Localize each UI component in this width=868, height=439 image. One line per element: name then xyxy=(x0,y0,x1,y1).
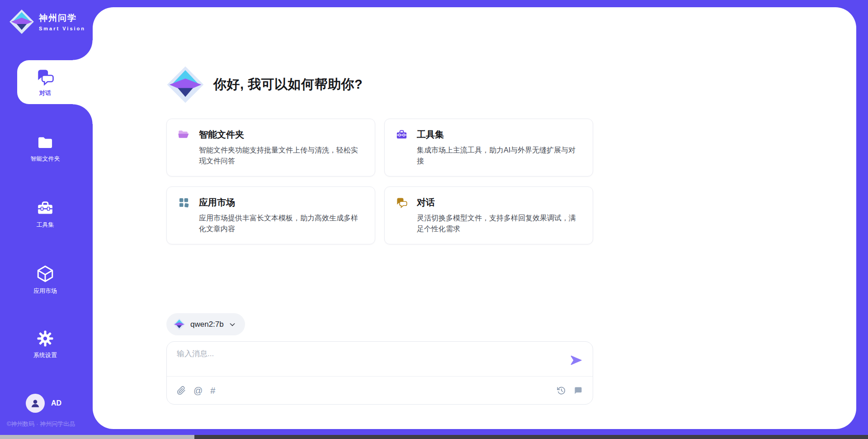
copyright-text: ©神州数码 · 神州问学出品 xyxy=(7,420,75,428)
history-icon xyxy=(557,386,566,395)
at-icon[interactable]: @ xyxy=(193,386,203,395)
gem-diamond-icon xyxy=(173,318,185,330)
card-head: 工具集 xyxy=(396,129,582,141)
avatar xyxy=(26,394,45,413)
person-icon xyxy=(29,397,41,409)
attach-button[interactable] xyxy=(177,386,186,395)
folder-open-icon xyxy=(178,129,190,141)
sidebar-item-label: 系统设置 xyxy=(33,351,57,359)
feedback-button[interactable] xyxy=(574,386,583,395)
sidebar-item-label: 应用市场 xyxy=(33,287,57,295)
sidebar-item-app-market[interactable]: 应用市场 xyxy=(16,264,75,295)
composer: @ # xyxy=(166,341,593,405)
paperclip-icon xyxy=(177,386,186,395)
feature-cards: 智能文件夹 智能文件夹功能支持批量文件上传与清洗，轻松实现文件问答 工具集 集成… xyxy=(166,119,593,244)
grid-squares-icon xyxy=(178,196,190,209)
scrollbar-thumb[interactable] xyxy=(0,435,194,439)
history-button[interactable] xyxy=(557,386,566,395)
card-head: 对话 xyxy=(396,196,582,209)
card-title: 对话 xyxy=(417,196,435,209)
sidebar-item-settings[interactable]: 系统设置 xyxy=(16,329,75,359)
chevron-down-icon xyxy=(229,321,236,328)
brand: 神州问学 Smart Vision xyxy=(9,9,85,34)
composer-tools-right xyxy=(557,386,583,395)
card-description: 灵活切换多模型文件，支持多样回复效果调试，满足个性化需求 xyxy=(417,213,582,234)
folder-icon xyxy=(36,134,54,151)
brand-text: 神州问学 Smart Vision xyxy=(39,12,85,31)
message-input[interactable] xyxy=(177,349,547,358)
model-selector[interactable]: qwen2:7b xyxy=(166,313,245,335)
assistant-logo-icon xyxy=(166,66,204,104)
chat-bubbles-icon xyxy=(396,196,408,209)
sidebar-item-chat[interactable]: 对话 xyxy=(17,60,93,104)
send-arrow-icon xyxy=(570,354,582,367)
sidebar-item-label: 工具集 xyxy=(37,221,54,229)
app-window: 神州问学 Smart Vision 对话 智能文件夹 xyxy=(0,0,868,439)
feature-card-smart-folder[interactable]: 智能文件夹 智能文件夹功能支持批量文件上传与清洗，轻松实现文件问答 xyxy=(166,119,375,177)
card-head: 应用市场 xyxy=(178,196,364,209)
chat-bubbles-icon xyxy=(36,67,55,86)
greeting: 你好, 我可以如何帮助你? xyxy=(166,66,363,104)
active-tab-fillet-top xyxy=(73,40,93,60)
horizontal-scrollbar[interactable] xyxy=(0,435,868,439)
send-button[interactable] xyxy=(569,354,583,367)
sidebar-item-toolset[interactable]: 工具集 xyxy=(16,199,75,229)
sidebar-item-smart-folder[interactable]: 智能文件夹 xyxy=(16,134,75,163)
card-description: 智能文件夹功能支持批量文件上传与清洗，轻松实现文件问答 xyxy=(199,145,364,167)
composer-toolbar: @ # xyxy=(177,377,583,405)
sidebar-item-label: 智能文件夹 xyxy=(31,155,60,163)
sidebar: 神州问学 Smart Vision 对话 智能文件夹 xyxy=(0,0,93,439)
composer-tools-left: @ # xyxy=(177,386,215,395)
brand-name: 神州问学 xyxy=(39,12,85,24)
content-column: 你好, 我可以如何帮助你? 智能文件夹 智能文件夹功能支持批量文件上传与清洗，轻… xyxy=(166,0,593,422)
card-title: 智能文件夹 xyxy=(199,129,244,141)
feature-card-app-market[interactable]: 应用市场 应用市场提供丰富长文本模板，助力高效生成多样化文章内容 xyxy=(166,186,375,244)
card-description: 应用市场提供丰富长文本模板，助力高效生成多样化文章内容 xyxy=(199,213,364,234)
feature-card-toolset[interactable]: 工具集 集成市场上主流工具，助力AI与外界无缝扩展与对接 xyxy=(384,119,593,177)
card-description: 集成市场上主流工具，助力AI与外界无缝扩展与对接 xyxy=(417,145,582,167)
brand-subtitle: Smart Vision xyxy=(39,26,85,31)
greeting-text: 你好, 我可以如何帮助你? xyxy=(213,76,363,94)
cube-icon xyxy=(36,264,55,283)
card-title: 工具集 xyxy=(417,129,444,141)
comment-icon xyxy=(574,386,583,395)
active-tab-fillet-bottom xyxy=(73,104,93,124)
hash-icon[interactable]: # xyxy=(210,386,215,395)
briefcase-icon xyxy=(36,199,54,217)
user-initials: AD xyxy=(51,399,61,407)
card-title: 应用市场 xyxy=(199,196,235,209)
feature-card-chat[interactable]: 对话 灵活切换多模型文件，支持多样回复效果调试，满足个性化需求 xyxy=(384,186,593,244)
card-head: 智能文件夹 xyxy=(178,129,364,141)
user-profile[interactable]: AD xyxy=(26,394,61,413)
brand-logo-icon xyxy=(9,9,34,34)
briefcase-icon xyxy=(396,129,408,141)
model-name: qwen2:7b xyxy=(190,320,224,329)
sidebar-item-label: 对话 xyxy=(39,89,51,97)
gear-icon xyxy=(36,329,54,348)
